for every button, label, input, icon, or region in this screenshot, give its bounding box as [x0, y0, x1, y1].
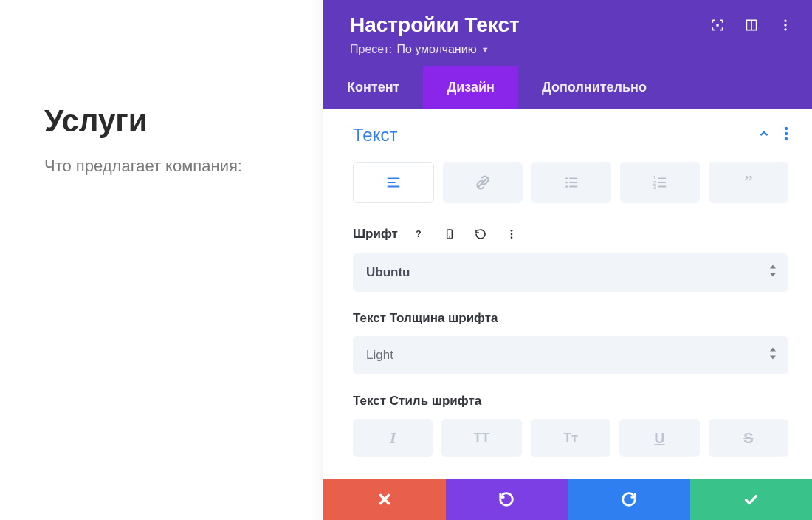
weight-label: Текст Толщина шрифта [353, 311, 788, 326]
uppercase-icon: TT [474, 431, 490, 446]
panel-header: Настройки Текст Пресет: По умолчанию ▼ [323, 0, 812, 66]
tab-advanced[interactable]: Дополнительно [518, 66, 670, 109]
cancel-button[interactable] [323, 479, 446, 520]
svg-point-3 [784, 20, 786, 22]
save-button[interactable] [690, 479, 813, 520]
underline-icon: U [654, 430, 664, 447]
page-canvas: Услуги Что предлагает компания: [0, 0, 323, 520]
redo-button[interactable] [568, 479, 690, 520]
tab-content[interactable]: Контент [323, 66, 423, 109]
capitalize-button[interactable]: TT [531, 419, 610, 457]
help-icon[interactable]: ? [408, 224, 429, 244]
text-tabs: 123 ” [353, 162, 788, 203]
svg-point-4 [784, 24, 786, 26]
select-caret-icon [769, 265, 777, 281]
text-tab-ul[interactable] [531, 162, 611, 203]
text-tab-ol[interactable]: 123 [620, 162, 700, 203]
svg-marker-31 [770, 265, 776, 269]
svg-point-8 [785, 137, 788, 140]
uppercase-button[interactable]: TT [441, 419, 521, 457]
canvas-subtitle: Что предлагает компания: [44, 157, 323, 176]
preset-value: По умолчанию [396, 43, 476, 56]
field-kebab-icon[interactable] [501, 224, 522, 244]
svg-rect-0 [716, 24, 718, 26]
expand-icon[interactable] [710, 18, 725, 32]
svg-point-6 [785, 127, 788, 130]
text-tab-paragraph[interactable] [353, 162, 434, 203]
quote-icon: ” [744, 171, 753, 194]
style-label: Текст Стиль шрифта [353, 394, 788, 408]
svg-point-13 [565, 177, 568, 179]
svg-point-30 [511, 236, 513, 239]
responsive-icon[interactable] [439, 224, 460, 244]
strikethrough-icon: S [743, 430, 753, 447]
font-style-group: I TT TT U S [353, 419, 788, 457]
strikethrough-button[interactable]: S [709, 419, 788, 457]
collapse-icon[interactable] [757, 127, 771, 143]
panel-body: Текст [323, 109, 812, 479]
italic-icon: I [390, 428, 396, 448]
select-caret-icon [769, 348, 777, 363]
section-title-text[interactable]: Текст [353, 125, 397, 146]
font-select[interactable]: Ubuntu [353, 253, 788, 292]
svg-marker-32 [770, 273, 776, 277]
panel-footer [323, 479, 812, 520]
weight-select-value: Light [366, 348, 393, 362]
tab-design[interactable]: Дизайн [423, 66, 518, 109]
svg-point-15 [565, 185, 568, 188]
svg-point-5 [784, 28, 786, 30]
font-select-value: Ubuntu [366, 265, 410, 279]
columns-icon[interactable] [744, 18, 759, 32]
text-tab-link[interactable] [443, 162, 523, 203]
capitalize-icon: TT [563, 431, 578, 446]
preset-label: Пресет: [350, 43, 392, 56]
underline-button[interactable]: U [619, 419, 699, 457]
svg-point-7 [785, 132, 788, 135]
svg-text:3: 3 [653, 185, 656, 190]
canvas-heading: Услуги [44, 103, 323, 139]
undo-button[interactable] [446, 479, 568, 520]
svg-point-29 [511, 233, 513, 236]
italic-button[interactable]: I [353, 419, 433, 457]
text-tab-quote[interactable]: ” [709, 162, 788, 203]
settings-panel: Настройки Текст Пресет: По умолчанию ▼ К… [323, 0, 812, 520]
reset-icon[interactable] [470, 224, 491, 244]
preset-dropdown[interactable]: Пресет: По умолчанию ▼ [350, 43, 790, 56]
svg-marker-33 [770, 348, 776, 352]
kebab-menu-icon[interactable] [778, 18, 793, 32]
tab-bar: Контент Дизайн Дополнительно [323, 66, 812, 109]
font-label: Шрифт [353, 227, 398, 242]
svg-marker-34 [770, 356, 776, 360]
svg-point-14 [565, 182, 568, 184]
weight-select[interactable]: Light [353, 336, 788, 374]
caret-down-icon: ▼ [481, 45, 489, 54]
svg-text:?: ? [416, 229, 421, 239]
section-kebab-icon[interactable] [784, 126, 788, 144]
svg-point-28 [511, 230, 513, 232]
